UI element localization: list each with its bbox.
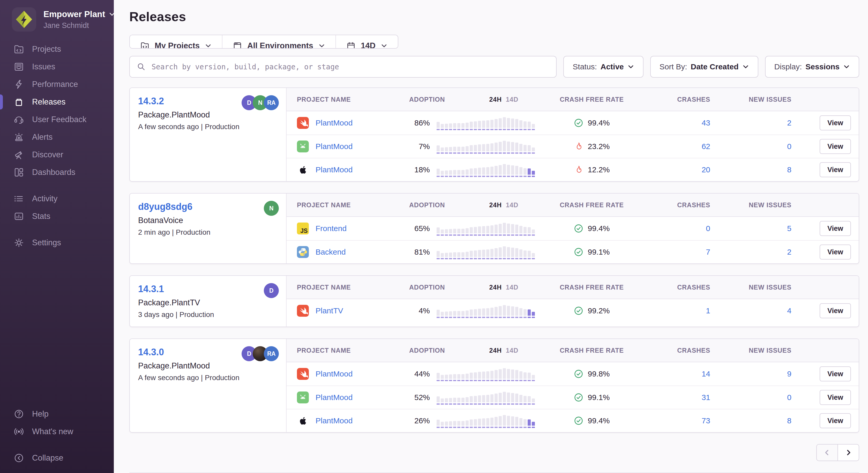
sidebar-item-whats-new[interactable]: What's new (0, 423, 114, 440)
sidebar-item-dashboards[interactable]: Dashboards (0, 164, 114, 181)
new-issues-link[interactable]: 5 (787, 224, 792, 233)
view-button[interactable]: View (819, 115, 851, 130)
avatar: D (264, 283, 279, 298)
project-link[interactable]: PlantMood (315, 119, 352, 127)
sidebar-item-projects[interactable]: Projects (0, 40, 114, 58)
release-package: Package.PlantMood (138, 361, 278, 371)
project-link[interactable]: PlantTV (315, 306, 343, 315)
project-link[interactable]: PlantMood (315, 142, 352, 151)
new-issues-link[interactable]: 0 (787, 142, 792, 151)
new-issues-link[interactable]: 2 (787, 119, 792, 127)
toggle-14d[interactable]: 14D (506, 201, 518, 209)
release-card: d8yug8sdg6BotanaVoice2 min ago | Product… (129, 193, 859, 264)
toggle-24h[interactable]: 24H (489, 284, 501, 291)
calendar-icon (346, 41, 355, 49)
swift-icon (297, 117, 309, 129)
crashes-link[interactable]: 43 (702, 119, 710, 127)
new-issues-link[interactable]: 8 (787, 416, 792, 425)
view-button[interactable]: View (819, 413, 851, 428)
view-button[interactable]: View (819, 139, 851, 154)
release-meta: A few seconds ago | Production (138, 123, 278, 131)
col-project-name: PROJECT NAME (286, 201, 403, 209)
sidebar-item-discover[interactable]: Discover (0, 146, 114, 164)
table-header-row: PROJECT NAMEADOPTION24H14DCRASH FREE RAT… (286, 276, 859, 299)
new-issues-link[interactable]: 2 (787, 248, 792, 256)
toggle-24h[interactable]: 24H (489, 96, 501, 103)
previous-page-button[interactable] (816, 444, 838, 461)
sidebar-item-help[interactable]: Help (0, 405, 114, 423)
crashes-link[interactable]: 73 (702, 416, 710, 425)
col-crash-free-rate: CRASH FREE RATE (537, 284, 646, 291)
sidebar-item-settings[interactable]: Settings (0, 234, 114, 252)
search-icon (136, 62, 146, 71)
settings-icon (13, 237, 24, 248)
new-issues-link[interactable]: 4 (787, 306, 792, 315)
status-filter-button[interactable]: Status: Active (563, 56, 643, 78)
sidebar-nav: Projects Issues Performance Releases Use… (0, 40, 114, 252)
project-link[interactable]: Frontend (315, 224, 347, 233)
toggle-24h[interactable]: 24H (489, 347, 501, 354)
toggle-14d[interactable]: 14D (506, 96, 518, 103)
release-table: PROJECT NAMEADOPTION24H14DCRASH FREE RAT… (286, 88, 859, 181)
toggle-14d[interactable]: 14D (506, 347, 518, 354)
crashes-link[interactable]: 7 (706, 248, 710, 256)
col-crash-free-rate: CRASH FREE RATE (537, 96, 646, 103)
sidebar-item-alerts[interactable]: Alerts (0, 128, 114, 146)
release-summary: 14.3.0Package.PlantMoodA few seconds ago… (130, 339, 286, 432)
project-link[interactable]: PlantMood (315, 416, 352, 425)
sidebar-item-stats[interactable]: Stats (0, 208, 114, 225)
chevron-down-icon (627, 63, 634, 70)
release-version-link[interactable]: 14.3.2 (138, 96, 164, 107)
apple-icon (297, 415, 309, 427)
project-link[interactable]: PlantMood (315, 393, 352, 402)
view-button[interactable]: View (819, 162, 851, 177)
adoption-value: 4% (403, 306, 430, 315)
environments-filter-button[interactable]: All Environments (222, 35, 336, 49)
sidebar-item-activity[interactable]: Activity (0, 190, 114, 208)
alerts-icon (13, 132, 24, 143)
new-issues-link[interactable]: 0 (787, 393, 792, 402)
crashes-link[interactable]: 14 (702, 369, 710, 378)
crashes-link[interactable]: 20 (702, 165, 710, 174)
org-switcher[interactable]: Empower Plant Jane Schmidt (0, 0, 114, 32)
new-issues-link[interactable]: 8 (787, 165, 792, 174)
project-link[interactable]: PlantMood (315, 369, 352, 378)
project-link[interactable]: Backend (315, 248, 346, 257)
sort-by-button[interactable]: Sort By: Date Created (650, 56, 758, 78)
toggle-14d[interactable]: 14D (506, 284, 518, 291)
releases-icon (13, 96, 24, 108)
project-link[interactable]: PlantMood (315, 165, 352, 174)
view-button[interactable]: View (819, 244, 851, 260)
view-button[interactable]: View (819, 221, 851, 236)
next-page-button[interactable] (837, 444, 859, 461)
search-input[interactable] (152, 63, 549, 71)
release-project-row: JSFrontend65%99.4%05View (286, 217, 859, 240)
sidebar-item-releases[interactable]: Releases (0, 93, 114, 111)
sidebar-item-user-feedback[interactable]: User Feedback (0, 111, 114, 128)
toggle-24h[interactable]: 24H (489, 201, 501, 209)
sidebar-item-collapse[interactable]: Collapse (0, 449, 114, 467)
flame-icon (574, 142, 584, 151)
crashes-link[interactable]: 62 (702, 142, 710, 151)
search-toolbar: Status: Active Sort By: Date Created Dis… (129, 56, 859, 78)
date-range-filter-button[interactable]: 14D (336, 35, 398, 49)
new-issues-link[interactable]: 9 (787, 369, 792, 378)
adoption-value: 52% (403, 393, 430, 402)
release-version-link[interactable]: 14.3.1 (138, 284, 164, 294)
adoption-sparkline (437, 162, 535, 177)
crashes-link[interactable]: 1 (706, 306, 710, 315)
release-version-link[interactable]: 14.3.0 (138, 347, 164, 358)
release-version-link[interactable]: d8yug8sdg6 (138, 201, 192, 212)
crashes-link[interactable]: 0 (706, 224, 710, 233)
view-button[interactable]: View (819, 366, 851, 381)
release-table: PROJECT NAMEADOPTION24H14DCRASH FREE RAT… (286, 194, 859, 263)
sidebar-item-issues[interactable]: Issues (0, 58, 114, 76)
sidebar-item-performance[interactable]: Performance (0, 76, 114, 93)
projects-filter-button[interactable]: My Projects (130, 35, 222, 49)
help-icon (13, 409, 24, 419)
view-button[interactable]: View (819, 303, 851, 318)
range-toggle: 24H14D (489, 201, 518, 209)
view-button[interactable]: View (819, 390, 851, 405)
crashes-link[interactable]: 31 (702, 393, 710, 402)
display-button[interactable]: Display: Sessions (765, 56, 859, 78)
